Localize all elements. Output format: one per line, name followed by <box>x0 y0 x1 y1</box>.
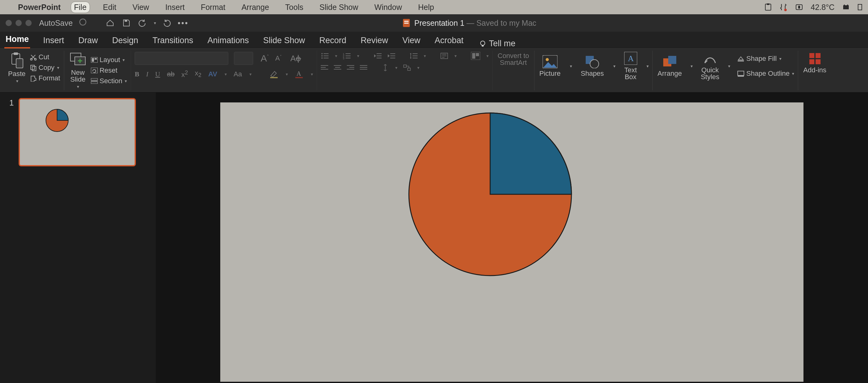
tab-insert[interactable]: Insert <box>42 36 65 49</box>
new-slide-dropdown-icon[interactable]: ▾ <box>77 84 79 89</box>
convert-smartart-button[interactable]: Convert to SmartArt <box>496 52 530 66</box>
menu-view[interactable]: View <box>129 2 152 13</box>
home-qat-icon[interactable] <box>105 18 115 28</box>
menu-format[interactable]: Format <box>197 2 228 13</box>
tools-status-icon[interactable] <box>780 3 788 11</box>
font-color-button[interactable]: A <box>295 70 303 78</box>
textbox-button[interactable]: A Text Box <box>623 52 639 80</box>
tab-home[interactable]: Home <box>4 34 30 49</box>
tab-review[interactable]: Review <box>359 36 389 49</box>
format-painter-button[interactable]: Format <box>30 73 60 83</box>
text-direction-button[interactable] <box>440 53 448 59</box>
numbering-button[interactable]: 123 <box>343 53 351 59</box>
italic-button[interactable]: I <box>146 70 148 78</box>
qat-overflow-icon[interactable]: ••• <box>178 18 188 28</box>
pie-chart-shape[interactable] <box>406 111 574 278</box>
tell-me-search[interactable]: Tell me <box>479 39 516 49</box>
svg-rect-56 <box>321 65 328 66</box>
font-size-combo[interactable] <box>234 52 253 65</box>
menu-tools[interactable]: Tools <box>282 2 306 13</box>
smartart-convert-icon[interactable] <box>403 64 411 71</box>
addins-button[interactable]: Add-ins <box>802 52 828 73</box>
clipboard-tray-icon[interactable] <box>764 3 772 11</box>
tab-transitions[interactable]: Transitions <box>151 36 194 49</box>
svg-rect-45 <box>377 58 381 58</box>
tab-record[interactable]: Record <box>318 36 347 49</box>
tab-animations[interactable]: Animations <box>206 36 250 49</box>
increase-indent-button[interactable] <box>387 53 395 59</box>
status-extra-icon[interactable] <box>858 3 862 11</box>
strikethrough-button[interactable]: ab <box>167 70 174 78</box>
shape-outline-button[interactable]: Shape Outline▾ <box>737 69 794 78</box>
menu-slideshow[interactable]: Slide Show <box>316 2 362 13</box>
align-left-button[interactable] <box>321 64 328 71</box>
tab-design[interactable]: Design <box>111 36 140 49</box>
minimize-window-button[interactable] <box>16 20 22 26</box>
undo-qat-icon[interactable] <box>137 18 148 28</box>
picture-button[interactable]: Picture <box>538 55 562 77</box>
clear-formatting-button[interactable]: Aϕ <box>290 54 301 63</box>
columns-button[interactable] <box>471 52 480 60</box>
copy-button[interactable]: Copy▾ <box>30 63 60 72</box>
picture-dropdown-icon[interactable]: ▾ <box>570 64 572 68</box>
align-right-button[interactable] <box>347 64 354 71</box>
status-cat-icon[interactable] <box>842 3 850 11</box>
svg-rect-26 <box>91 78 98 80</box>
tab-draw[interactable]: Draw <box>77 36 99 49</box>
decrease-indent-button[interactable] <box>373 53 381 59</box>
save-qat-icon[interactable] <box>121 18 131 28</box>
tab-acrobat[interactable]: Acrobat <box>433 36 465 49</box>
cut-button[interactable]: Cut <box>30 53 60 62</box>
redo-qat-icon[interactable] <box>162 18 172 28</box>
change-case-button[interactable]: Aa <box>234 70 242 78</box>
menu-arrange[interactable]: Arrange <box>238 2 272 13</box>
shape-fill-button[interactable]: Shape Fill▾ <box>737 54 794 63</box>
slide-thumbnail-1[interactable] <box>19 98 136 166</box>
close-window-button[interactable] <box>6 20 12 26</box>
quick-styles-button[interactable]: Quick Styles <box>700 52 721 80</box>
svg-rect-81 <box>809 53 814 58</box>
increase-font-button[interactable]: A˄ <box>260 53 269 64</box>
menu-help[interactable]: Help <box>415 2 437 13</box>
layout-button[interactable]: Layout▾ <box>91 55 127 64</box>
undo-dropdown-icon[interactable]: ▾ <box>154 21 156 25</box>
temperature-readout: 42.8°C <box>811 3 835 12</box>
bold-button[interactable]: B <box>135 70 139 78</box>
fullscreen-window-button[interactable] <box>25 20 32 26</box>
paste-dropdown-icon[interactable]: ▾ <box>16 79 18 84</box>
font-family-combo[interactable] <box>135 52 228 65</box>
text-effects-button[interactable]: AV <box>208 70 217 78</box>
autosave-toggle[interactable] <box>78 18 88 29</box>
highlight-color-button[interactable] <box>270 70 278 78</box>
align-center-button[interactable] <box>334 64 341 71</box>
distribute-vertical-button[interactable] <box>381 64 389 71</box>
temperature-sensor-icon[interactable] <box>795 3 803 11</box>
justify-button[interactable] <box>360 64 367 71</box>
shapes-dropdown-icon[interactable]: ▾ <box>613 64 616 68</box>
arrange-button[interactable]: Arrange <box>656 55 683 77</box>
reset-button[interactable]: Reset <box>91 66 127 75</box>
section-button[interactable]: Section▾ <box>91 76 127 86</box>
textbox-dropdown-icon[interactable]: ▾ <box>647 64 649 68</box>
paste-button[interactable]: Paste ▾ <box>7 52 27 84</box>
bullets-button[interactable] <box>321 53 329 59</box>
menu-file[interactable]: File <box>71 2 90 13</box>
subscript-button[interactable]: x2 <box>195 69 202 79</box>
tab-slideshow[interactable]: Slide Show <box>262 36 306 49</box>
menu-edit[interactable]: Edit <box>100 2 119 13</box>
app-name[interactable]: PowerPoint <box>18 3 61 12</box>
quick-styles-dropdown-icon[interactable]: ▾ <box>728 64 730 68</box>
underline-button[interactable]: U <box>155 70 160 78</box>
slide-1[interactable] <box>220 102 804 382</box>
svg-rect-77 <box>668 56 676 64</box>
new-slide-button[interactable]: New Slide ▾ <box>68 52 88 89</box>
decrease-font-button[interactable]: A˅ <box>275 54 282 62</box>
shapes-button[interactable]: Shapes <box>580 55 605 77</box>
tab-view[interactable]: View <box>401 36 422 49</box>
menu-insert[interactable]: Insert <box>162 2 188 13</box>
line-spacing-button[interactable] <box>409 53 417 59</box>
superscript-button[interactable]: x2 <box>182 69 188 79</box>
arrange-dropdown-icon[interactable]: ▾ <box>690 64 693 68</box>
slide-canvas-area[interactable] <box>156 92 868 383</box>
menu-window[interactable]: Window <box>371 2 405 13</box>
